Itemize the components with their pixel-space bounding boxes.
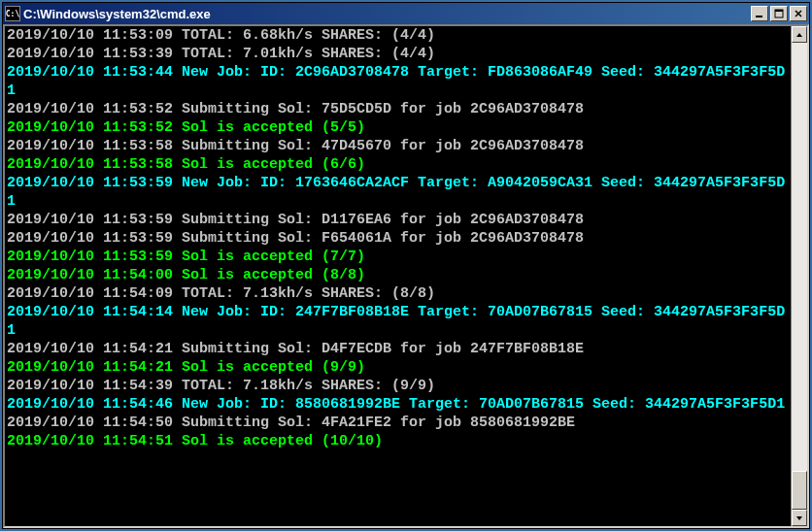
terminal-line: 2019/10/10 11:53:59 Submitting Sol: F654… — [7, 230, 584, 247]
maximize-button[interactable] — [770, 6, 788, 21]
window-controls — [751, 6, 807, 21]
terminal-line: 2019/10/10 11:53:58 Sol is accepted (6/6… — [7, 156, 365, 173]
terminal-line: 2019/10/10 11:54:09 TOTAL: 7.13kh/s SHAR… — [7, 285, 435, 302]
svg-rect-2 — [775, 10, 783, 12]
terminal-line: 2019/10/10 11:53:44 New Job: ID: 2C96AD3… — [7, 64, 785, 99]
terminal-line: 2019/10/10 11:54:39 TOTAL: 7.18kh/s SHAR… — [7, 378, 435, 394]
terminal-line: 2019/10/10 11:54:21 Submitting Sol: D4F7… — [7, 341, 584, 357]
window-title: C:\Windows\system32\cmd.exe — [23, 7, 751, 21]
terminal-line: 2019/10/10 11:53:39 TOTAL: 7.01kh/s SHAR… — [7, 46, 435, 62]
terminal-output[interactable]: 2019/10/10 11:53:09 TOTAL: 6.68kh/s SHAR… — [5, 26, 791, 526]
cmd-window: C:\ C:\Windows\system32\cmd.exe 2019/10/… — [2, 2, 810, 529]
terminal-line: 2019/10/10 11:53:59 Sol is accepted (7/7… — [7, 249, 365, 265]
terminal-line: 2019/10/10 11:54:51 Sol is accepted (10/… — [7, 433, 383, 449]
minimize-button[interactable] — [751, 6, 768, 21]
scroll-down-button[interactable] — [792, 510, 807, 526]
terminal-line: 2019/10/10 11:53:52 Sol is accepted (5/5… — [7, 119, 365, 136]
terminal-line: 2019/10/10 11:54:14 New Job: ID: 247F7BF… — [7, 304, 785, 339]
scroll-track[interactable] — [792, 43, 807, 510]
cmd-icon: C:\ — [5, 6, 20, 21]
close-button[interactable] — [790, 6, 807, 21]
terminal-line: 2019/10/10 11:54:00 Sol is accepted (8/8… — [7, 267, 365, 283]
terminal-line: 2019/10/10 11:53:09 TOTAL: 6.68kh/s SHAR… — [7, 27, 435, 44]
scroll-thumb[interactable] — [792, 471, 807, 510]
terminal-line: 2019/10/10 11:53:59 New Job: ID: 1763646… — [7, 175, 785, 210]
terminal-line: 2019/10/10 11:54:50 Submitting Sol: 4FA2… — [7, 415, 575, 431]
scroll-up-button[interactable] — [792, 26, 807, 43]
content-area: 2019/10/10 11:53:09 TOTAL: 6.68kh/s SHAR… — [3, 24, 809, 528]
titlebar[interactable]: C:\ C:\Windows\system32\cmd.exe — [3, 3, 809, 24]
terminal-line: 2019/10/10 11:53:58 Submitting Sol: 47D4… — [7, 138, 584, 154]
svg-rect-0 — [756, 16, 762, 17]
terminal-line: 2019/10/10 11:53:52 Submitting Sol: 75D5… — [7, 101, 584, 117]
terminal-line: 2019/10/10 11:54:21 Sol is accepted (9/9… — [7, 359, 365, 376]
svg-marker-6 — [796, 516, 802, 520]
svg-marker-5 — [796, 33, 802, 37]
terminal-line: 2019/10/10 11:54:46 New Job: ID: 8580681… — [7, 396, 785, 413]
terminal-line: 2019/10/10 11:53:59 Submitting Sol: D117… — [7, 212, 584, 228]
vertical-scrollbar[interactable] — [791, 26, 807, 526]
